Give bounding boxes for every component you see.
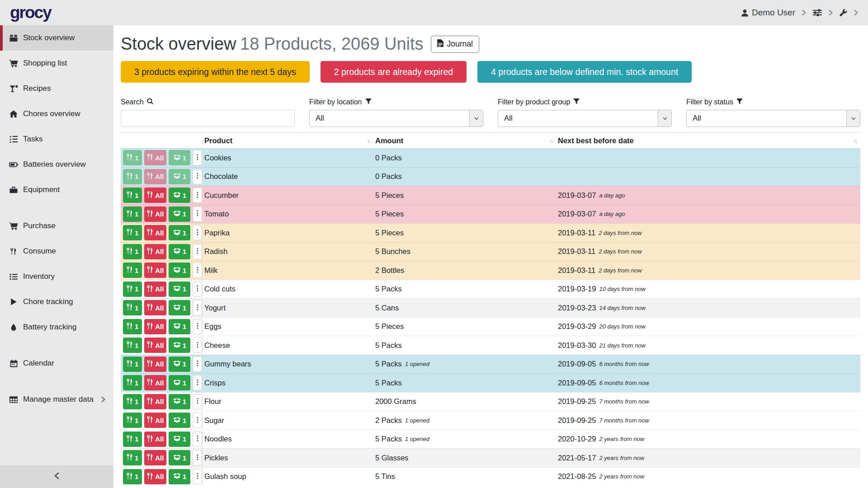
- row-menu-button[interactable]: [193, 432, 202, 447]
- consume-all-button[interactable]: All: [144, 169, 166, 184]
- consume-one-button[interactable]: 1: [123, 432, 142, 447]
- consume-one-button[interactable]: 1: [123, 357, 142, 372]
- consume-all-button[interactable]: All: [144, 282, 166, 297]
- consume-one-button[interactable]: 1: [123, 300, 142, 315]
- open-one-button[interactable]: 1: [169, 300, 190, 315]
- row-menu-button[interactable]: [193, 357, 202, 372]
- consume-one-button[interactable]: 1: [123, 375, 142, 390]
- sidebar-item-recipes[interactable]: Recipes: [0, 76, 113, 101]
- sidebar-item-purchase[interactable]: Purchase: [0, 213, 113, 239]
- consume-one-button[interactable]: 1: [123, 225, 142, 240]
- settings-sliders-icon[interactable]: [813, 9, 822, 16]
- consume-all-button[interactable]: All: [144, 150, 166, 165]
- row-menu-button[interactable]: [193, 244, 202, 259]
- consume-one-button[interactable]: 1: [123, 319, 142, 334]
- consume-one-button[interactable]: 1: [123, 469, 142, 484]
- open-one-button[interactable]: 1: [169, 338, 190, 353]
- consume-one-button[interactable]: 1: [123, 450, 142, 465]
- consume-one-button[interactable]: 1: [123, 282, 142, 297]
- open-one-button[interactable]: 1: [169, 450, 190, 465]
- consume-all-button[interactable]: All: [144, 394, 166, 409]
- consume-all-button[interactable]: All: [144, 263, 166, 278]
- open-one-button[interactable]: 1: [169, 169, 190, 184]
- consume-all-button[interactable]: All: [144, 413, 166, 428]
- chevron-right-icon[interactable]: [802, 9, 806, 16]
- sidebar-item-manage-master-data[interactable]: Manage master data: [0, 387, 113, 412]
- journal-button[interactable]: Journal: [431, 36, 479, 53]
- open-one-button[interactable]: 1: [169, 413, 190, 428]
- chevron-right-icon[interactable]: [854, 9, 858, 16]
- row-menu-button[interactable]: [193, 150, 202, 165]
- consume-one-button[interactable]: 1: [123, 188, 142, 203]
- open-one-button[interactable]: 1: [169, 244, 190, 259]
- sidebar-item-battery-tracking[interactable]: Battery tracking: [0, 314, 113, 340]
- expired-banner[interactable]: 2 products are already expired: [321, 61, 467, 83]
- consume-all-button[interactable]: All: [144, 338, 166, 353]
- open-one-button[interactable]: 1: [169, 150, 190, 165]
- open-one-button[interactable]: 1: [169, 263, 190, 278]
- sidebar-item-chores-overview[interactable]: Chores overview: [0, 101, 113, 127]
- consume-one-button[interactable]: 1: [123, 413, 142, 428]
- consume-one-button[interactable]: 1: [123, 150, 142, 165]
- sidebar-item-inventory[interactable]: Inventory: [0, 264, 113, 289]
- sidebar-item-batteries-overview[interactable]: Batteries overview: [0, 152, 113, 177]
- expiring-banner[interactable]: 3 products expiring within the next 5 da…: [121, 61, 310, 83]
- status-select[interactable]: All: [686, 110, 860, 127]
- consume-all-button[interactable]: All: [144, 432, 166, 447]
- sidebar-item-consume[interactable]: Consume: [0, 239, 113, 264]
- row-menu-button[interactable]: [193, 225, 202, 240]
- consume-all-button[interactable]: All: [144, 319, 166, 334]
- consume-all-button[interactable]: All: [144, 206, 166, 222]
- sidebar-item-chore-tracking[interactable]: Chore tracking: [0, 289, 113, 314]
- consume-all-button[interactable]: All: [144, 300, 166, 315]
- sidebar-item-tasks[interactable]: Tasks: [0, 127, 113, 152]
- row-menu-button[interactable]: [193, 338, 202, 353]
- consume-all-button[interactable]: All: [144, 225, 166, 240]
- open-one-button[interactable]: 1: [169, 394, 190, 409]
- sidebar-item-equipment[interactable]: Equipment: [0, 177, 113, 202]
- consume-all-button[interactable]: All: [144, 244, 166, 259]
- search-input[interactable]: [121, 110, 295, 127]
- row-menu-button[interactable]: [193, 394, 202, 409]
- consume-all-button[interactable]: All: [144, 188, 166, 203]
- consume-one-button[interactable]: 1: [123, 263, 142, 278]
- row-menu-button[interactable]: [193, 206, 202, 222]
- row-menu-button[interactable]: [193, 169, 202, 184]
- consume-all-button[interactable]: All: [144, 450, 166, 465]
- open-one-button[interactable]: 1: [169, 282, 190, 297]
- sidebar-item-stock-overview[interactable]: Stock overview: [0, 25, 113, 51]
- date-column-header[interactable]: Next best before date ↑↓: [557, 133, 860, 148]
- row-menu-button[interactable]: [193, 282, 202, 297]
- consume-all-button[interactable]: All: [144, 375, 166, 390]
- row-menu-button[interactable]: [193, 413, 202, 428]
- open-one-button[interactable]: 1: [169, 206, 190, 222]
- open-one-button[interactable]: 1: [169, 375, 190, 390]
- consume-one-button[interactable]: 1: [123, 244, 142, 259]
- product-group-select[interactable]: All: [498, 110, 672, 127]
- amount-column-header[interactable]: Amount ↑↓: [374, 133, 557, 148]
- open-one-button[interactable]: 1: [169, 469, 190, 484]
- open-one-button[interactable]: 1: [169, 432, 190, 447]
- row-menu-button[interactable]: [193, 188, 202, 203]
- sidebar-collapse-button[interactable]: [0, 465, 113, 488]
- row-menu-button[interactable]: [193, 375, 202, 390]
- location-select[interactable]: All: [309, 110, 483, 127]
- consume-all-button[interactable]: All: [144, 357, 166, 372]
- row-menu-button[interactable]: [193, 450, 202, 465]
- row-menu-button[interactable]: [193, 263, 202, 278]
- consume-one-button[interactable]: 1: [123, 206, 142, 222]
- row-menu-button[interactable]: [193, 469, 202, 484]
- product-column-header[interactable]: Product ↑↓: [202, 133, 374, 148]
- below-min-stock-banner[interactable]: 4 products are below defined min. stock …: [477, 61, 692, 83]
- open-one-button[interactable]: 1: [169, 357, 190, 372]
- chevron-right-icon[interactable]: [829, 9, 833, 16]
- app-logo[interactable]: grocy: [10, 3, 51, 22]
- consume-one-button[interactable]: 1: [123, 394, 142, 409]
- admin-wrench-icon[interactable]: [840, 9, 847, 17]
- consume-all-button[interactable]: All: [144, 469, 166, 484]
- consume-one-button[interactable]: 1: [123, 338, 142, 353]
- open-one-button[interactable]: 1: [169, 319, 190, 334]
- consume-one-button[interactable]: 1: [123, 169, 142, 184]
- open-one-button[interactable]: 1: [169, 225, 190, 240]
- sidebar-item-calendar[interactable]: Calendar: [0, 351, 113, 376]
